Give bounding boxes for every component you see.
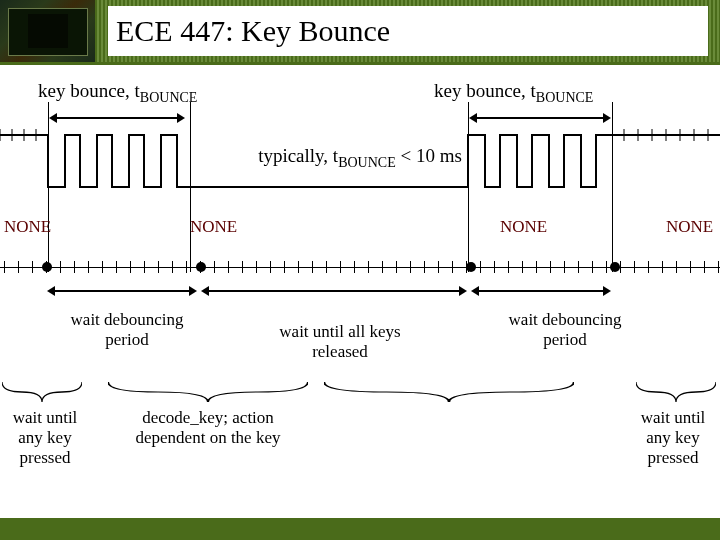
tick — [242, 261, 243, 273]
divider — [0, 62, 720, 65]
tick — [536, 261, 537, 273]
tick — [284, 261, 285, 273]
bounce-label-left: key bounce, tBOUNCE — [38, 80, 197, 106]
tick — [340, 261, 341, 273]
tick — [172, 261, 173, 273]
tick — [480, 261, 481, 273]
tick — [60, 261, 61, 273]
wait-debounce-left: wait debouncing period — [62, 310, 192, 350]
tick — [718, 261, 719, 273]
tick — [368, 261, 369, 273]
tick — [508, 261, 509, 273]
tick — [410, 261, 411, 273]
tick — [494, 261, 495, 273]
timeline — [0, 267, 720, 268]
tick — [466, 261, 467, 273]
timeline-span — [50, 290, 194, 292]
tick — [592, 261, 593, 273]
tick — [354, 261, 355, 273]
timeline-span — [204, 290, 464, 292]
bounce-label-right: key bounce, tBOUNCE — [434, 80, 593, 106]
tick — [578, 261, 579, 273]
wait-debounce-right: wait debouncing period — [500, 310, 630, 350]
wait-pressed-right: wait until any key pressed — [628, 408, 718, 468]
waveform — [0, 127, 720, 207]
tick — [606, 261, 607, 273]
footer-bar — [0, 518, 720, 540]
tick — [550, 261, 551, 273]
tick — [396, 261, 397, 273]
tick — [298, 261, 299, 273]
tick — [690, 261, 691, 273]
tick — [620, 261, 621, 273]
tick — [424, 261, 425, 273]
tick — [564, 261, 565, 273]
tick — [144, 261, 145, 273]
title-container: ECE 447: Key Bounce — [108, 6, 708, 56]
bounce-span-right — [472, 117, 608, 119]
bounce-span-left — [52, 117, 182, 119]
chip-icon — [0, 0, 95, 62]
tick — [102, 261, 103, 273]
tick — [158, 261, 159, 273]
tick — [228, 261, 229, 273]
slide-title: ECE 447: Key Bounce — [116, 14, 390, 48]
tick — [326, 261, 327, 273]
waveform-svg — [0, 127, 720, 207]
tick — [18, 261, 19, 273]
tick — [130, 261, 131, 273]
tick — [662, 261, 663, 273]
brace — [2, 382, 82, 402]
none-label: NONE — [4, 217, 51, 237]
wait-pressed-left: wait until any key pressed — [0, 408, 90, 468]
tick — [676, 261, 677, 273]
tick — [256, 261, 257, 273]
brace — [324, 382, 574, 402]
tick — [46, 261, 47, 273]
tick — [4, 261, 5, 273]
tick — [648, 261, 649, 273]
tick — [88, 261, 89, 273]
tick — [270, 261, 271, 273]
tick — [200, 261, 201, 273]
tick — [116, 261, 117, 273]
tick — [452, 261, 453, 273]
none-label: NONE — [190, 217, 237, 237]
tick — [32, 261, 33, 273]
decode-label: decode_key; action dependent on the key — [128, 408, 288, 448]
wait-released: wait until all keys released — [270, 322, 410, 362]
tick — [438, 261, 439, 273]
brace — [636, 382, 716, 402]
title-bar: ECE 447: Key Bounce — [0, 0, 720, 62]
tick — [382, 261, 383, 273]
timeline-span — [474, 290, 608, 292]
tick — [186, 261, 187, 273]
none-label: NONE — [500, 217, 547, 237]
tick — [634, 261, 635, 273]
none-label: NONE — [666, 217, 713, 237]
tick — [214, 261, 215, 273]
tick — [74, 261, 75, 273]
tick — [522, 261, 523, 273]
tick — [312, 261, 313, 273]
brace — [108, 382, 308, 402]
tick — [704, 261, 705, 273]
